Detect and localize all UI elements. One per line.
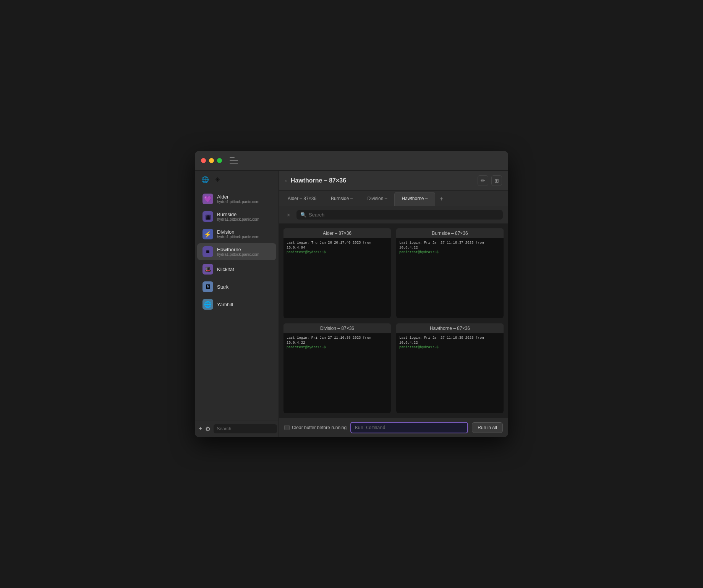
run-command-input[interactable] (350, 422, 468, 433)
sidebar-item-klickitat[interactable]: 🎩 Klickitat (197, 261, 276, 278)
sidebar-host-division: hydra1.pittock.panic.com (217, 235, 259, 239)
asterisk-icon[interactable]: ✳ (213, 175, 222, 184)
terminal-line: panictest@hydra1:~$ (287, 250, 388, 255)
panel-terminal-3[interactable]: Last login: Fri Jan 27 11:16:39 2023 fro… (396, 333, 504, 413)
tab-2[interactable]: Division – (360, 192, 394, 206)
sidebar-toggle-button[interactable] (230, 157, 238, 164)
add-server-button[interactable]: + (199, 424, 202, 433)
sidebar-items-list: 💜 Alder hydra1.pittock.panic.com ▦ Burns… (195, 188, 279, 420)
sidebar-name-division: Division (217, 229, 259, 235)
panel-0[interactable]: Alder – 87×36Last login: Thu Jan 26 20:1… (283, 228, 391, 318)
panels-grid: Alder – 87×36Last login: Thu Jan 26 20:1… (279, 224, 508, 418)
panel-title-2: Division – 87×36 (283, 323, 391, 333)
tab-bar: Alder – 87×36Burnside –Division –Hawthor… (279, 191, 508, 206)
grid-button[interactable]: ⊞ (491, 175, 502, 186)
sidebar-host-burnside: hydra1.pittock.panic.com (217, 217, 259, 221)
sidebar-item-stark[interactable]: 🖥 Stark (197, 278, 276, 295)
tab-3[interactable]: Hawthorne – (394, 192, 435, 206)
sidebar-name-klickitat: Klickitat (217, 267, 234, 272)
sidebar-icon-yamhill: 🌐 (202, 299, 213, 310)
sidebar-item-alder[interactable]: 💜 Alder hydra1.pittock.panic.com (197, 191, 276, 207)
run-in-all-button[interactable]: Run in All (472, 422, 503, 433)
sidebar-host-alder: hydra1.pittock.panic.com (217, 200, 259, 204)
terminal-line: Last login: Fri Jan 27 11:16:39 2023 fro… (399, 336, 501, 345)
sidebar-item-division[interactable]: ⚡ Division hydra1.pittock.panic.com (197, 226, 276, 242)
sidebar-search-input[interactable] (214, 424, 277, 433)
sidebar-info-alder: Alder hydra1.pittock.panic.com (217, 194, 259, 204)
panel-3[interactable]: Hawthorne – 87×36Last login: Fri Jan 27 … (396, 323, 504, 413)
sidebar-icon-division: ⚡ (202, 229, 213, 239)
panel-1[interactable]: Burnside – 87×36Last login: Fri Jan 27 1… (396, 228, 504, 318)
sidebar-name-burnside: Burnside (217, 212, 259, 217)
bottom-bar: Clear buffer before running Run in All (279, 418, 508, 437)
terminal-line: Last login: Thu Jan 26 20:17:40 2023 fro… (287, 241, 388, 250)
tab-0[interactable]: Alder – 87×36 (280, 192, 324, 206)
panel-terminal-1[interactable]: Last login: Fri Jan 27 11:16:37 2023 fro… (396, 238, 504, 318)
clear-buffer-label: Clear buffer before running (292, 425, 347, 430)
brush-button[interactable]: ✏ (478, 175, 488, 186)
panel-search-input[interactable] (309, 212, 499, 218)
sidebar-item-yamhill[interactable]: 🌐 Yamhill (197, 296, 276, 313)
panel-title-1: Burnside – 87×36 (396, 228, 504, 238)
traffic-lights (201, 158, 222, 163)
sidebar: 🌐 ✳ 💜 Alder hydra1.pittock.panic.com ▦ B… (195, 171, 279, 437)
maximize-button[interactable] (217, 158, 222, 163)
main-panel: › Hawthorne – 87×36 ✏ ⊞ Alder – 87×36Bur… (279, 171, 508, 437)
app-window: 🌐 ✳ 💜 Alder hydra1.pittock.panic.com ▦ B… (195, 151, 508, 437)
sidebar-icon-hawthorne: ≡ (202, 246, 213, 257)
sidebar-header-icons: 🌐 ✳ (195, 171, 279, 188)
panel-terminal-0[interactable]: Last login: Thu Jan 26 20:17:40 2023 fro… (283, 238, 391, 318)
panel-2[interactable]: Division – 87×36Last login: Fri Jan 27 1… (283, 323, 391, 413)
sidebar-host-hawthorne: hydra1.pittock.panic.com (217, 252, 259, 257)
clear-buffer-checkbox-wrap: Clear buffer before running (284, 425, 347, 430)
search-box: 🔍 (296, 210, 503, 220)
panel-title-0: Alder – 87×36 (283, 228, 391, 238)
panel-terminal-2[interactable]: Last login: Fri Jan 27 11:16:38 2023 fro… (283, 333, 391, 413)
sidebar-item-burnside[interactable]: ▦ Burnside hydra1.pittock.panic.com (197, 208, 276, 225)
terminal-line: panictest@hydra1:~$ (399, 250, 501, 255)
terminal-line: Last login: Fri Jan 27 11:16:38 2023 fro… (287, 336, 388, 345)
minimize-button[interactable] (209, 158, 214, 163)
terminal-line: panictest@hydra1:~$ (399, 345, 501, 350)
sidebar-icon-stark: 🖥 (202, 281, 213, 292)
sidebar-item-hawthorne[interactable]: ≡ Hawthorne hydra1.pittock.panic.com (197, 243, 276, 260)
tab-add-button[interactable]: + (436, 192, 447, 206)
terminal-line: Last login: Fri Jan 27 11:16:37 2023 fro… (399, 241, 501, 250)
sidebar-info-stark: Stark (217, 284, 228, 290)
sidebar-icon-burnside: ▦ (202, 211, 213, 222)
sidebar-icon-klickitat: 🎩 (202, 264, 213, 275)
sidebar-info-klickitat: Klickitat (217, 267, 234, 272)
tab-1[interactable]: Burnside – (324, 192, 360, 206)
sidebar-name-stark: Stark (217, 284, 228, 290)
sidebar-info-yamhill: Yamhill (217, 302, 233, 307)
close-panel-button[interactable]: × (284, 211, 293, 219)
sidebar-info-hawthorne: Hawthorne hydra1.pittock.panic.com (217, 247, 259, 257)
main-action-buttons: ✏ ⊞ (478, 175, 502, 186)
sidebar-icon-alder: 💜 (202, 194, 213, 204)
sidebar-info-division: Division hydra1.pittock.panic.com (217, 229, 259, 239)
terminal-line: panictest@hydra1:~$ (287, 345, 388, 350)
search-icon: 🔍 (300, 212, 306, 218)
sidebar-info-burnside: Burnside hydra1.pittock.panic.com (217, 212, 259, 221)
panel-title-3: Hawthorne – 87×36 (396, 323, 504, 333)
app-body: 🌐 ✳ 💜 Alder hydra1.pittock.panic.com ▦ B… (195, 171, 508, 437)
clear-buffer-checkbox[interactable] (284, 425, 290, 430)
sidebar-name-hawthorne: Hawthorne (217, 247, 259, 252)
sidebar-footer: + ⚙ (195, 420, 279, 437)
globe-icon[interactable]: 🌐 (201, 175, 209, 184)
settings-button[interactable]: ⚙ (205, 424, 211, 433)
main-title: Hawthorne – 87×36 (291, 177, 474, 184)
panel-toolbar: × 🔍 (279, 206, 508, 224)
titlebar (195, 151, 508, 171)
close-button[interactable] (201, 158, 206, 163)
main-titlebar: › Hawthorne – 87×36 ✏ ⊞ (279, 171, 508, 191)
sidebar-name-alder: Alder (217, 194, 259, 200)
chevron-icon: › (285, 178, 287, 184)
sidebar-name-yamhill: Yamhill (217, 302, 233, 307)
